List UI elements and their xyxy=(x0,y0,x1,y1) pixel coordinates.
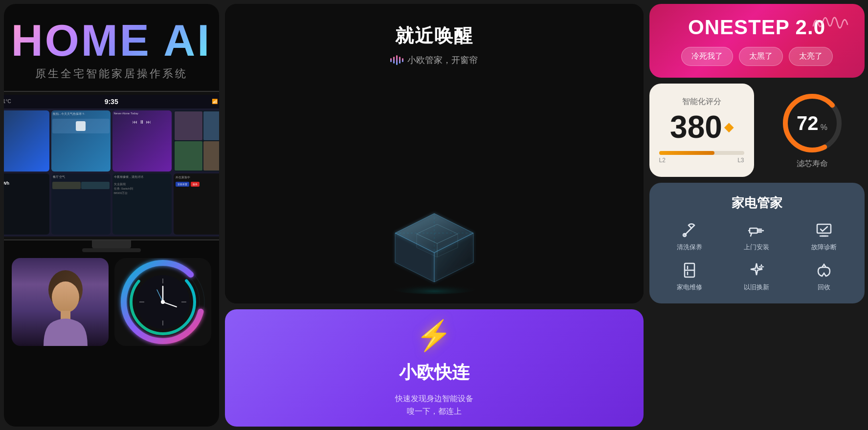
connect-title: 小欧快连 xyxy=(399,361,469,385)
score-bar-labels: L2 L3 xyxy=(659,157,744,164)
person-photo xyxy=(12,258,109,346)
fridge-icon xyxy=(681,261,698,279)
recycle-icon xyxy=(815,261,833,279)
tv-content-grid: 空调60% 客厅 航拍...今天天气热保球 T- Never Alone Tod… xyxy=(4,108,219,236)
score-label: 智能化评分 xyxy=(682,97,721,107)
appliance-item-recycle[interactable]: 回收 xyxy=(795,261,852,292)
home-ai-title: HOME AI xyxy=(11,19,212,63)
appliance-item-diagnose[interactable]: 故障诊断 xyxy=(795,221,852,252)
wake-card: 就近唤醒 小欧管家，开窗帘 xyxy=(225,4,644,303)
onestep-title: ONESTEP 2.0 xyxy=(688,16,825,39)
tv-cell-8: 外生家装中 安装布置 服务 xyxy=(174,173,219,235)
clock-card xyxy=(114,258,211,346)
appliance-item-install[interactable]: 上门安装 xyxy=(728,221,785,252)
appliance-item-clean[interactable]: 清洗保养 xyxy=(661,221,718,252)
onestep-btn-dark[interactable]: 太黑了 xyxy=(739,47,783,66)
bottom-center-row: Henry 手机 📞 📵 xyxy=(4,258,219,427)
tv-cell-6: 餐厅 空气 xyxy=(51,173,111,235)
appliance-grid: 清洗保养 上门安装 xyxy=(661,221,853,292)
svg-point-10 xyxy=(52,281,79,313)
appliance-name-repair: 家电维修 xyxy=(677,283,702,292)
bolt-icon: ⚡ xyxy=(416,318,452,353)
home-ai-subtitle: 原生全宅智能家居操作系统 xyxy=(35,66,188,81)
score-card: 智能化评分 380 ◆ L2 L3 xyxy=(649,84,754,177)
home-ai-card: HOME AI 原生全宅智能家居操作系统 ☁ 21°C 9:35 📶 86% 空… xyxy=(4,4,219,427)
voice-wave-icon xyxy=(811,14,850,35)
clock-ring xyxy=(114,258,211,346)
tv-cell-7: 今夜有缘候，清先讨讨. 失业新闻任务: Switch到68303万台 xyxy=(112,173,172,235)
svg-point-24 xyxy=(161,300,165,304)
appliance-name-clean: 清洗保养 xyxy=(677,243,702,252)
tv-cell-2: 航拍...今天天气热保球 T- xyxy=(51,110,111,172)
tv-cell-1: 空调60% 客厅 xyxy=(4,110,49,172)
tv-mockup: ☁ 21°C 9:35 📶 86% 空调60% 客厅 航拍...今天天气热保球 … xyxy=(4,91,219,252)
appliance-name-install: 上门安装 xyxy=(744,243,769,252)
tv-status-bar: ☁ 21°C 9:35 📶 86% xyxy=(4,95,219,108)
main-grid: 就近唤醒 小欧管家，开窗帘 xyxy=(4,4,865,427)
filter-label: 滤芯寿命 xyxy=(797,159,828,169)
appliance-item-trade[interactable]: 以旧换新 xyxy=(728,261,785,292)
connect-desc: 快速发现身边智能设备 嗖一下，都连上 xyxy=(395,392,473,417)
onestep-card: ONESTEP 2.0 冷死我了 太黑了 太亮了 xyxy=(649,4,865,78)
call-photo xyxy=(12,258,109,346)
score-diamond-icon: ◆ xyxy=(724,120,733,134)
svg-rect-35 xyxy=(817,224,831,233)
score-number: 380 ◆ xyxy=(670,109,733,145)
cube-illustration xyxy=(366,199,503,299)
score-bar: L2 L3 xyxy=(659,151,744,164)
tv-cell-4 xyxy=(174,110,219,172)
svg-rect-11 xyxy=(61,311,70,320)
wake-subtitle: 小欧管家，开窗帘 xyxy=(390,54,478,66)
right-mid-row: 智能化评分 380 ◆ L2 L3 xyxy=(649,84,865,177)
wrench-icon xyxy=(681,221,698,239)
sparkle-icon xyxy=(748,261,765,279)
tv-cell-5: 客厅 14.5kWh xyxy=(4,173,49,235)
connect-card: ⚡ 小欧快连 快速发现身边智能设备 嗖一下，都连上 xyxy=(225,309,644,427)
appliance-card: 家电管家 清洗保养 xyxy=(649,183,865,303)
appliance-name-trade: 以旧换新 xyxy=(744,283,769,292)
sound-wave-icon xyxy=(390,55,403,65)
cube-svg xyxy=(366,199,503,297)
clock-svg xyxy=(114,258,211,346)
onestep-btn-bright[interactable]: 太亮了 xyxy=(789,47,833,66)
filter-percent-display: 72 % xyxy=(797,112,827,134)
score-bar-fill xyxy=(659,151,714,155)
filter-card: 72 % 滤芯寿命 xyxy=(760,84,865,177)
score-bar-track xyxy=(659,151,744,155)
call-card: Henry 手机 📞 📵 xyxy=(12,258,109,346)
person-svg xyxy=(36,268,95,346)
tv-stand xyxy=(92,240,131,248)
tv-base xyxy=(82,248,141,252)
onestep-btn-cold[interactable]: 冷死我了 xyxy=(681,47,733,66)
tv-screen: ☁ 21°C 9:35 📶 86% 空调60% 客厅 航拍...今天天气热保球 … xyxy=(4,91,219,240)
drill-icon xyxy=(748,221,765,239)
tv-screen-inner: ☁ 21°C 9:35 📶 86% 空调60% 客厅 航拍...今天天气热保球 … xyxy=(4,95,219,236)
monitor-check-icon xyxy=(815,221,833,239)
svg-rect-29 xyxy=(750,228,757,233)
appliance-name-recycle: 回收 xyxy=(818,283,830,292)
appliance-item-repair[interactable]: 家电维修 xyxy=(661,261,718,292)
appliance-title: 家电管家 xyxy=(732,194,782,212)
right-column: ONESTEP 2.0 冷死我了 太黑了 太亮了 智能化评分 380 ◆ xyxy=(649,4,865,303)
wake-title: 就近唤醒 xyxy=(395,23,473,48)
tv-cell-3: Never Alone Today ⏮ ⏸ ⏭ xyxy=(112,110,172,172)
onestep-buttons: 冷死我了 太黑了 太亮了 xyxy=(681,47,833,66)
filter-ring: 72 % xyxy=(780,91,844,155)
appliance-name-diagnose: 故障诊断 xyxy=(811,243,837,252)
